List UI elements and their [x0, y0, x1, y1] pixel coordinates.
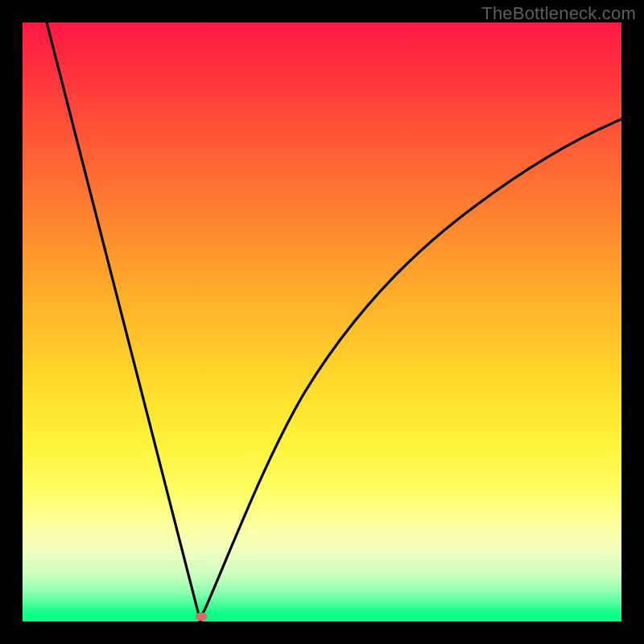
- watermark-text: TheBottleneck.com: [481, 3, 636, 24]
- chart-container: TheBottleneck.com: [0, 0, 644, 644]
- optimum-marker: [196, 613, 207, 621]
- bottleneck-curve: [47, 23, 621, 621]
- curve-overlay: [23, 23, 621, 621]
- plot-area: [23, 23, 621, 621]
